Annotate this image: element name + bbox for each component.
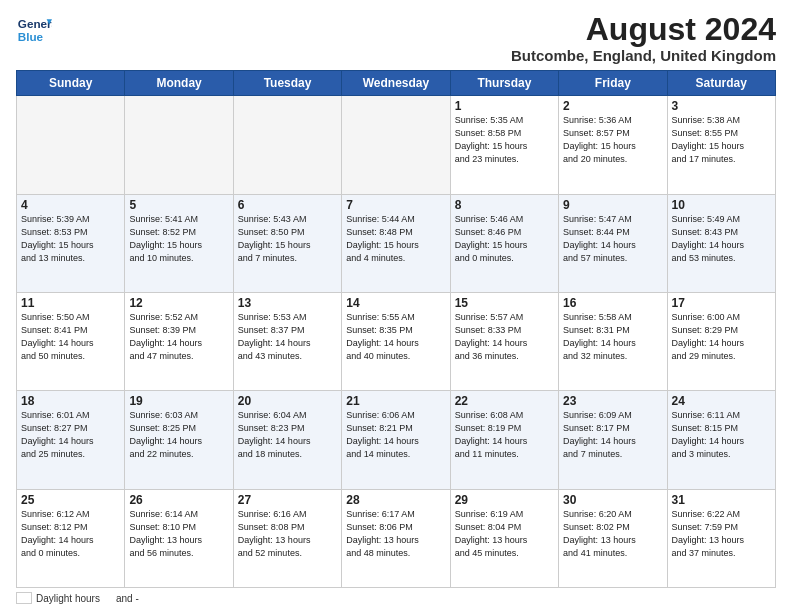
day-number: 25 <box>21 493 120 507</box>
day-info: Sunrise: 6:09 AM Sunset: 8:17 PM Dayligh… <box>563 409 662 461</box>
day-number: 2 <box>563 99 662 113</box>
calendar-week-row: 18Sunrise: 6:01 AM Sunset: 8:27 PM Dayli… <box>17 391 776 489</box>
day-number: 14 <box>346 296 445 310</box>
day-number: 20 <box>238 394 337 408</box>
calendar-cell: 15Sunrise: 5:57 AM Sunset: 8:33 PM Dayli… <box>450 292 558 390</box>
calendar-week-row: 11Sunrise: 5:50 AM Sunset: 8:41 PM Dayli… <box>17 292 776 390</box>
calendar-cell: 29Sunrise: 6:19 AM Sunset: 8:04 PM Dayli… <box>450 489 558 587</box>
header: General Blue August 2024 Butcombe, Engla… <box>16 12 776 64</box>
day-info: Sunrise: 6:20 AM Sunset: 8:02 PM Dayligh… <box>563 508 662 560</box>
calendar-cell: 17Sunrise: 6:00 AM Sunset: 8:29 PM Dayli… <box>667 292 775 390</box>
weekday-header-friday: Friday <box>559 71 667 96</box>
day-number: 21 <box>346 394 445 408</box>
day-number: 30 <box>563 493 662 507</box>
calendar-week-row: 1Sunrise: 5:35 AM Sunset: 8:58 PM Daylig… <box>17 96 776 194</box>
calendar-cell <box>233 96 341 194</box>
calendar-cell: 19Sunrise: 6:03 AM Sunset: 8:25 PM Dayli… <box>125 391 233 489</box>
day-number: 26 <box>129 493 228 507</box>
day-info: Sunrise: 6:22 AM Sunset: 7:59 PM Dayligh… <box>672 508 771 560</box>
weekday-header-row: SundayMondayTuesdayWednesdayThursdayFrid… <box>17 71 776 96</box>
day-info: Sunrise: 6:12 AM Sunset: 8:12 PM Dayligh… <box>21 508 120 560</box>
day-number: 11 <box>21 296 120 310</box>
day-number: 31 <box>672 493 771 507</box>
calendar-cell: 9Sunrise: 5:47 AM Sunset: 8:44 PM Daylig… <box>559 194 667 292</box>
day-number: 10 <box>672 198 771 212</box>
calendar-cell: 26Sunrise: 6:14 AM Sunset: 8:10 PM Dayli… <box>125 489 233 587</box>
calendar-cell: 22Sunrise: 6:08 AM Sunset: 8:19 PM Dayli… <box>450 391 558 489</box>
day-info: Sunrise: 6:19 AM Sunset: 8:04 PM Dayligh… <box>455 508 554 560</box>
calendar-cell: 1Sunrise: 5:35 AM Sunset: 8:58 PM Daylig… <box>450 96 558 194</box>
day-info: Sunrise: 6:01 AM Sunset: 8:27 PM Dayligh… <box>21 409 120 461</box>
logo: General Blue <box>16 12 52 48</box>
day-number: 23 <box>563 394 662 408</box>
footer: Daylight hours and - <box>16 592 776 604</box>
and-dash-legend: and - <box>116 593 139 604</box>
day-info: Sunrise: 5:43 AM Sunset: 8:50 PM Dayligh… <box>238 213 337 265</box>
calendar-cell: 28Sunrise: 6:17 AM Sunset: 8:06 PM Dayli… <box>342 489 450 587</box>
day-number: 4 <box>21 198 120 212</box>
calendar-cell: 18Sunrise: 6:01 AM Sunset: 8:27 PM Dayli… <box>17 391 125 489</box>
day-info: Sunrise: 6:08 AM Sunset: 8:19 PM Dayligh… <box>455 409 554 461</box>
calendar-cell: 27Sunrise: 6:16 AM Sunset: 8:08 PM Dayli… <box>233 489 341 587</box>
weekday-header-tuesday: Tuesday <box>233 71 341 96</box>
and-dash-label: and - <box>116 593 139 604</box>
calendar-cell: 31Sunrise: 6:22 AM Sunset: 7:59 PM Dayli… <box>667 489 775 587</box>
day-info: Sunrise: 5:38 AM Sunset: 8:55 PM Dayligh… <box>672 114 771 166</box>
weekday-header-thursday: Thursday <box>450 71 558 96</box>
calendar-cell: 24Sunrise: 6:11 AM Sunset: 8:15 PM Dayli… <box>667 391 775 489</box>
day-number: 6 <box>238 198 337 212</box>
day-number: 3 <box>672 99 771 113</box>
calendar-cell: 3Sunrise: 5:38 AM Sunset: 8:55 PM Daylig… <box>667 96 775 194</box>
calendar-cell: 25Sunrise: 6:12 AM Sunset: 8:12 PM Dayli… <box>17 489 125 587</box>
calendar-cell: 13Sunrise: 5:53 AM Sunset: 8:37 PM Dayli… <box>233 292 341 390</box>
day-info: Sunrise: 6:06 AM Sunset: 8:21 PM Dayligh… <box>346 409 445 461</box>
day-number: 29 <box>455 493 554 507</box>
calendar-cell: 6Sunrise: 5:43 AM Sunset: 8:50 PM Daylig… <box>233 194 341 292</box>
day-info: Sunrise: 6:11 AM Sunset: 8:15 PM Dayligh… <box>672 409 771 461</box>
calendar-cell: 2Sunrise: 5:36 AM Sunset: 8:57 PM Daylig… <box>559 96 667 194</box>
calendar-cell: 14Sunrise: 5:55 AM Sunset: 8:35 PM Dayli… <box>342 292 450 390</box>
logo-icon: General Blue <box>16 12 52 48</box>
day-number: 18 <box>21 394 120 408</box>
weekday-header-sunday: Sunday <box>17 71 125 96</box>
calendar-cell <box>125 96 233 194</box>
day-info: Sunrise: 5:36 AM Sunset: 8:57 PM Dayligh… <box>563 114 662 166</box>
day-info: Sunrise: 5:50 AM Sunset: 8:41 PM Dayligh… <box>21 311 120 363</box>
day-number: 28 <box>346 493 445 507</box>
calendar-cell: 12Sunrise: 5:52 AM Sunset: 8:39 PM Dayli… <box>125 292 233 390</box>
day-info: Sunrise: 6:14 AM Sunset: 8:10 PM Dayligh… <box>129 508 228 560</box>
calendar-cell: 30Sunrise: 6:20 AM Sunset: 8:02 PM Dayli… <box>559 489 667 587</box>
day-number: 5 <box>129 198 228 212</box>
day-info: Sunrise: 5:49 AM Sunset: 8:43 PM Dayligh… <box>672 213 771 265</box>
day-number: 17 <box>672 296 771 310</box>
day-info: Sunrise: 5:44 AM Sunset: 8:48 PM Dayligh… <box>346 213 445 265</box>
daylight-legend: Daylight hours <box>16 592 100 604</box>
day-info: Sunrise: 5:52 AM Sunset: 8:39 PM Dayligh… <box>129 311 228 363</box>
calendar-cell: 8Sunrise: 5:46 AM Sunset: 8:46 PM Daylig… <box>450 194 558 292</box>
day-number: 7 <box>346 198 445 212</box>
day-info: Sunrise: 5:39 AM Sunset: 8:53 PM Dayligh… <box>21 213 120 265</box>
calendar-week-row: 4Sunrise: 5:39 AM Sunset: 8:53 PM Daylig… <box>17 194 776 292</box>
day-number: 15 <box>455 296 554 310</box>
title-block: August 2024 Butcombe, England, United Ki… <box>511 12 776 64</box>
day-info: Sunrise: 6:04 AM Sunset: 8:23 PM Dayligh… <box>238 409 337 461</box>
weekday-header-saturday: Saturday <box>667 71 775 96</box>
day-info: Sunrise: 6:16 AM Sunset: 8:08 PM Dayligh… <box>238 508 337 560</box>
day-info: Sunrise: 5:55 AM Sunset: 8:35 PM Dayligh… <box>346 311 445 363</box>
day-info: Sunrise: 6:03 AM Sunset: 8:25 PM Dayligh… <box>129 409 228 461</box>
weekday-header-monday: Monday <box>125 71 233 96</box>
calendar-cell <box>17 96 125 194</box>
calendar-table: SundayMondayTuesdayWednesdayThursdayFrid… <box>16 70 776 588</box>
calendar-cell: 23Sunrise: 6:09 AM Sunset: 8:17 PM Dayli… <box>559 391 667 489</box>
calendar-cell: 7Sunrise: 5:44 AM Sunset: 8:48 PM Daylig… <box>342 194 450 292</box>
day-number: 19 <box>129 394 228 408</box>
calendar-cell: 16Sunrise: 5:58 AM Sunset: 8:31 PM Dayli… <box>559 292 667 390</box>
location: Butcombe, England, United Kingdom <box>511 47 776 64</box>
day-info: Sunrise: 6:17 AM Sunset: 8:06 PM Dayligh… <box>346 508 445 560</box>
calendar-cell: 11Sunrise: 5:50 AM Sunset: 8:41 PM Dayli… <box>17 292 125 390</box>
day-info: Sunrise: 5:58 AM Sunset: 8:31 PM Dayligh… <box>563 311 662 363</box>
day-number: 27 <box>238 493 337 507</box>
day-number: 12 <box>129 296 228 310</box>
day-info: Sunrise: 5:46 AM Sunset: 8:46 PM Dayligh… <box>455 213 554 265</box>
calendar-week-row: 25Sunrise: 6:12 AM Sunset: 8:12 PM Dayli… <box>17 489 776 587</box>
